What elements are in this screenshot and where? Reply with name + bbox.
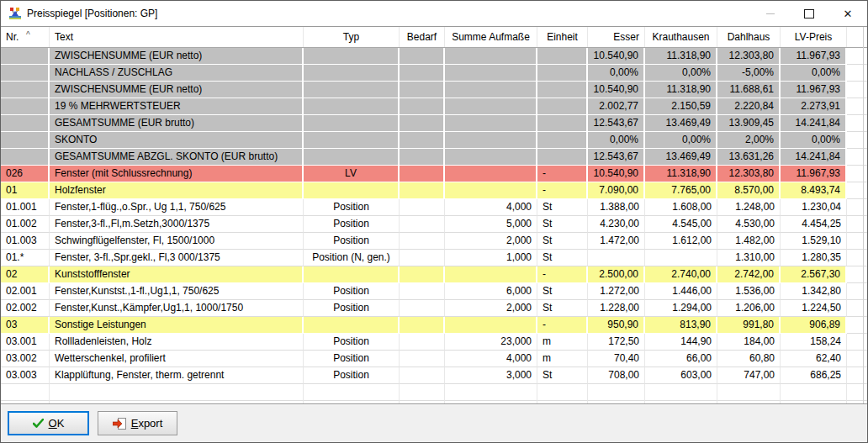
- cell-nr: 03.001: [1, 334, 50, 351]
- cell-krauthausen: 1.446,00: [645, 283, 717, 300]
- table-row[interactable]: 03.002Wetterschenkel, profiliertPosition…: [1, 351, 867, 367]
- table-row[interactable]: 19 % MEHRWERTSTEUER2.002,772.150,592.220…: [1, 98, 867, 115]
- row-filler: [847, 65, 867, 82]
- cell-summe: [445, 82, 537, 98]
- cell-nr: 01.002: [1, 216, 50, 233]
- cell-bedarf: [400, 182, 445, 199]
- cell-lv_preis: 14.241,84: [781, 149, 847, 166]
- cell-typ: Position: [304, 233, 400, 250]
- cell-text: 19 % MEHRWERTSTEUER: [50, 98, 304, 115]
- cell-bedarf: [400, 166, 445, 182]
- table-row[interactable]: 01.002Fenster,3-fl.,Fl,m.Setzh,3000/1375…: [1, 216, 867, 233]
- cell-esser: 10.540,90: [588, 82, 645, 98]
- empty-table-row: [1, 384, 867, 401]
- cell-dahlhaus: 747,00: [717, 367, 781, 384]
- table-row[interactable]: NACHLASS / ZUSCHLAG0,00%0,00%-5,00%0,00%: [1, 65, 867, 82]
- cell-nr: [1, 65, 50, 82]
- cell-esser: [588, 250, 645, 266]
- cell-krauthausen: 1.294,00: [645, 300, 717, 317]
- row-filler: [847, 132, 867, 149]
- cell-summe: 2,000: [445, 300, 537, 317]
- ok-button[interactable]: OK: [8, 411, 89, 435]
- cell-dahlhaus: 184,00: [717, 334, 781, 351]
- cell-krauthausen: 0,00%: [645, 65, 717, 82]
- column-header-krauthausen[interactable]: Krauthausen: [645, 27, 717, 47]
- cell-esser: 1.272,00: [588, 283, 645, 300]
- table-row[interactable]: 01.001Fenster,1-flüg.,o.Spr., Ug 1,1, 75…: [1, 199, 867, 216]
- cell-nr: [1, 115, 50, 132]
- cell-typ: Position: [304, 367, 400, 384]
- cell-summe: [445, 132, 537, 149]
- cell-dahlhaus: 11.688,61: [717, 82, 781, 98]
- column-header-dahlhaus[interactable]: Dahlhaus: [717, 27, 781, 47]
- table-row[interactable]: ZWISCHENSUMME (EUR netto)10.540,9011.318…: [1, 82, 867, 98]
- column-header-typ[interactable]: Typ: [304, 27, 400, 47]
- cell-typ: [304, 82, 400, 98]
- table-row[interactable]: 02Kunststofffenster-2.500,002.740,002.74…: [1, 266, 867, 283]
- cell-krauthausen: 2.150,59: [645, 98, 717, 115]
- table-row[interactable]: 03.001Rollladenleisten, HolzPosition23,0…: [1, 334, 867, 351]
- table-row[interactable]: 02.002Fenster,Kunst.,Kämpfer,Ug1,1, 1000…: [1, 300, 867, 317]
- empty-cell: [50, 384, 304, 401]
- table-row[interactable]: GESAMTSUMME (EUR brutto)12.543,6713.469,…: [1, 115, 867, 132]
- table-row[interactable]: SKONTO0,00%0,00%2,00%0,00%: [1, 132, 867, 149]
- table-row[interactable]: GESAMTSUMME ABZGL. SKONTO (EUR brutto)12…: [1, 149, 867, 166]
- column-header-summe[interactable]: Summe Aufmaße: [445, 27, 537, 47]
- empty-cell: [537, 401, 588, 403]
- cell-summe: 5,000: [445, 216, 537, 233]
- cell-summe: [445, 182, 537, 199]
- cell-text: Fenster, 3-fl.,Spr.gekl., Fl,3 000/1375: [50, 250, 304, 266]
- column-header-lv_preis[interactable]: LV-Preis: [781, 27, 847, 47]
- row-filler: [847, 115, 867, 132]
- cell-nr: 03.002: [1, 351, 50, 367]
- cell-einheit: -: [537, 317, 588, 334]
- column-header-text[interactable]: Text: [50, 27, 304, 47]
- cell-einheit: [537, 48, 588, 65]
- cell-typ: Position: [304, 300, 400, 317]
- cell-einheit: St: [537, 300, 588, 317]
- row-filler: [847, 149, 867, 166]
- table-row[interactable]: 01Holzfenster-7.090,007.765,008.570,008.…: [1, 182, 867, 199]
- cell-esser: 1.388,00: [588, 199, 645, 216]
- cell-bedarf: [400, 283, 445, 300]
- cell-krauthausen: 11.318,90: [645, 82, 717, 98]
- window-title: Preisspiegel [Positionen: GP]: [27, 8, 157, 19]
- minimize-button: [751, 1, 790, 26]
- row-filler: [847, 334, 867, 351]
- table-row[interactable]: 03.003Klapplüftung, Fenster, therm. getr…: [1, 367, 867, 384]
- empty-cell: [645, 384, 717, 401]
- cell-text: GESAMTSUMME (EUR brutto): [50, 115, 304, 132]
- maximize-button[interactable]: [790, 1, 828, 26]
- export-button[interactable]: Export: [98, 411, 177, 435]
- table-row[interactable]: 03Sonstige Leistungen-950,90813,90991,80…: [1, 317, 867, 334]
- cell-bedarf: [400, 149, 445, 166]
- cell-text: Rollladenleisten, Holz: [50, 334, 304, 351]
- column-header-einheit[interactable]: Einheit: [537, 27, 588, 47]
- cell-einheit: [537, 132, 588, 149]
- cell-bedarf: [400, 48, 445, 65]
- cell-bedarf: [400, 250, 445, 266]
- table-row[interactable]: 01.003Schwingflügelfenster, Fl, 1500/100…: [1, 233, 867, 250]
- column-header-bedarf[interactable]: Bedarf: [400, 27, 445, 47]
- cell-esser: 2.500,00: [588, 266, 645, 283]
- table-row[interactable]: 02.001Fenster,Kunstst.,1-fl.,Ug1,1, 750/…: [1, 283, 867, 300]
- cell-nr: [1, 149, 50, 166]
- cell-typ: Position: [304, 199, 400, 216]
- maximize-icon: [804, 9, 814, 18]
- cell-typ: LV: [304, 166, 400, 182]
- cell-einheit: St: [537, 216, 588, 233]
- column-header-nr[interactable]: Nr.^: [1, 27, 50, 47]
- close-button[interactable]: ✕: [828, 1, 867, 26]
- table-row[interactable]: 026Fenster (mit Schlussrechnung)LV-10.54…: [1, 166, 867, 182]
- cell-krauthausen: 0,00%: [645, 132, 717, 149]
- cell-dahlhaus: 8.570,00: [717, 182, 781, 199]
- cell-einheit: -: [537, 166, 588, 182]
- row-filler: [847, 182, 867, 199]
- column-header-esser[interactable]: Esser: [588, 27, 645, 47]
- row-filler: [847, 216, 867, 233]
- table-row[interactable]: ZWISCHENSUMME (EUR netto)10.540,9011.318…: [1, 48, 867, 65]
- table-row[interactable]: 01.*Fenster, 3-fl.,Spr.gekl., Fl,3 000/1…: [1, 250, 867, 266]
- cell-dahlhaus: 13.909,45: [717, 115, 781, 132]
- cell-einheit: [537, 115, 588, 132]
- cell-summe: 6,000: [445, 283, 537, 300]
